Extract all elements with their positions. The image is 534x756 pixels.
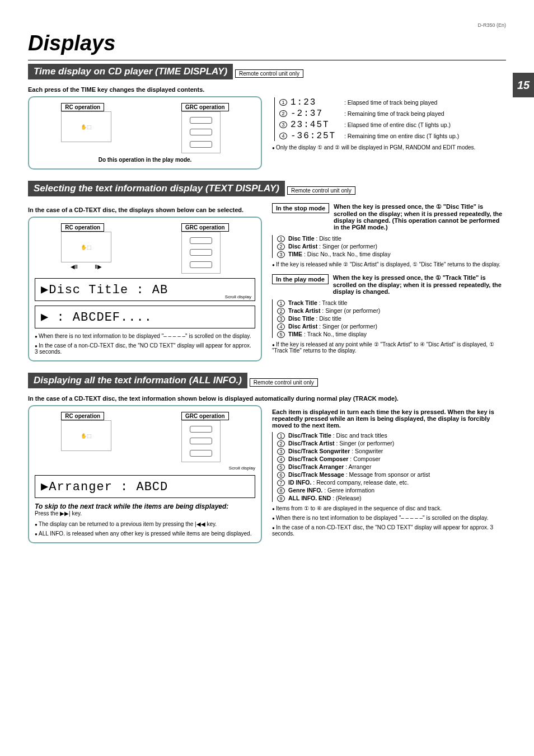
info-row: 2Track Artist : Singer (or performer)	[277, 307, 506, 314]
operation-panel: RC operation ✋⬚ ◀ⅡⅡ▶ GRC operation ▶Disc…	[28, 217, 262, 361]
info-row: 6Disc/Track Message : Message from spons…	[277, 471, 506, 478]
grc-op-label: GRC operation	[181, 103, 229, 111]
note: Items from ① to ⑥ are displayed in the s…	[272, 505, 506, 511]
info-row: 3Disc/Track Songwriter : Songwriter	[277, 448, 506, 455]
info-row: 1Track Title : Track title	[277, 299, 506, 307]
info-row: 8Genre INFO. : Genre information	[277, 487, 506, 494]
time-row: 2 -2:37: Remaining time of track being p…	[279, 109, 506, 119]
grc-op-label: GRC operation	[181, 412, 229, 420]
note: In the case of a non-CD-TEXT disc, the "…	[272, 524, 506, 537]
scroll-label: Scroll display	[35, 466, 255, 471]
rc-op-label: RC operation	[61, 223, 104, 232]
info-row: 4Disc/Track Composer : Composer	[277, 456, 506, 463]
lcd-display: ▶ : ABCDEF....	[35, 306, 255, 328]
info-row: 5Disc/Track Arranger : Arranger	[277, 463, 506, 471]
note: If the key is released while ② "Disc Art…	[272, 261, 506, 267]
hand-icon: ✋⬚	[61, 420, 111, 451]
info-row: 1Disc/Track Title : Disc and track title…	[277, 432, 506, 439]
section-all-info: Displaying all the text information (ALL…	[28, 373, 506, 543]
section3-right-intro: Each item is displayed in turn each time…	[272, 408, 506, 429]
hand-icon: ✋⬚	[61, 232, 111, 262]
section3-title: Displaying all the text information (ALL…	[28, 373, 247, 388]
play-info-list: 1Track Title : Track title 2Track Artist…	[272, 299, 506, 338]
rc-only-badge: Remote control unit only	[235, 69, 303, 78]
info-row: 3Disc Title : Disc title	[277, 315, 506, 322]
section2-title: Selecting the text information display (…	[28, 181, 285, 196]
section1-intro: Each press of the TIME key changes the d…	[28, 86, 506, 93]
section1-note: Only the display ① and ② will be display…	[272, 144, 506, 151]
rc-only-badge: Remote control unit only	[250, 378, 318, 387]
rc-only-badge: Remote control unit only	[287, 186, 355, 195]
play-mode-label: In the play mode	[272, 274, 329, 284]
section3-intro: In the case of a CD-TEXT disc, the text …	[28, 395, 506, 402]
remote-icon	[181, 111, 221, 153]
section-time-display: Time display on CD player (TIME DISPLAY)…	[28, 64, 506, 170]
remote-icon	[181, 420, 221, 462]
section1-title: Time display on CD player (TIME DISPLAY)	[28, 64, 233, 79]
info-row: 4Disc Artist : Singer (or performer)	[277, 323, 506, 330]
info-row: 3TIME : Disc No., track No., time displa…	[277, 251, 506, 258]
note: In the case of a non-CD-TEXT disc, the "…	[35, 342, 255, 355]
model-id: D-R350 (En)	[28, 22, 506, 28]
note: The display can be returned to a previou…	[35, 521, 255, 527]
skip-title: To skip to the next track while the item…	[35, 503, 255, 510]
panel-caption: Do this operation in the play mode.	[35, 157, 255, 163]
operation-panel: RC operation ✋⬚ GRC operation Scroll dis…	[28, 405, 262, 543]
operation-panel: RC operation ✋⬚ GRC operation Do this op…	[28, 96, 262, 170]
info-row: 9ALL INFO. END : (Release)	[277, 495, 506, 502]
note: If the key is released at any point whil…	[272, 341, 506, 354]
rc-op-label: RC operation	[61, 412, 104, 420]
note: When there is no text information to be …	[272, 515, 506, 521]
section2-intro: In the case of a CD-TEXT disc, the displ…	[28, 206, 262, 213]
page-number-tab: 15	[513, 73, 534, 97]
all-info-list: 1Disc/Track Title : Disc and track title…	[272, 432, 506, 502]
stop-info-list: 1Disc Title : Disc title 2Disc Artist : …	[272, 235, 506, 258]
skip-body: Press the ▶▶| key.	[35, 510, 255, 516]
play-mode-text: When the key is pressed once, the ① "Tra…	[333, 274, 506, 295]
time-list: 1 1:23: Elapsed time of track being play…	[274, 97, 506, 141]
rc-op-label: RC operation	[61, 103, 104, 111]
info-row: 2Disc/Track Artist : Singer (or performe…	[277, 440, 506, 447]
info-row: 2Disc Artist : Singer (or performer)	[277, 243, 506, 250]
note: ALL INFO. is released when any other key…	[35, 530, 255, 537]
info-row: 1Disc Title : Disc title	[277, 235, 506, 242]
info-row: 5TIME : Track No., time display	[277, 331, 506, 338]
section-text-display: Selecting the text information display (…	[28, 181, 506, 361]
rew-fwd-icons: ◀ⅡⅡ▶	[61, 264, 111, 270]
page-title: Displays	[28, 31, 506, 55]
time-row: 4-36:25T: Remaining time on entire disc …	[279, 131, 506, 141]
grc-op-label: GRC operation	[181, 223, 229, 232]
stop-mode-text: When the key is pressed once, the ① "Dis…	[334, 203, 506, 231]
lcd-display: ▶Arranger : ABCD	[35, 475, 255, 498]
time-row: 1 1:23: Elapsed time of track being play…	[279, 97, 506, 107]
hand-icon: ✋⬚	[61, 111, 111, 142]
divider	[28, 60, 506, 60]
remote-icon	[181, 232, 221, 274]
stop-mode-label: In the stop mode	[272, 203, 329, 213]
lcd-display: ▶Disc Title : ABScroll display	[35, 278, 255, 301]
info-row: 7ID INFO. : Record company, release date…	[277, 479, 506, 486]
time-row: 3 23:45T: Elapsed time of entire disc (T…	[279, 120, 506, 130]
note: When there is no text information to be …	[35, 333, 255, 339]
